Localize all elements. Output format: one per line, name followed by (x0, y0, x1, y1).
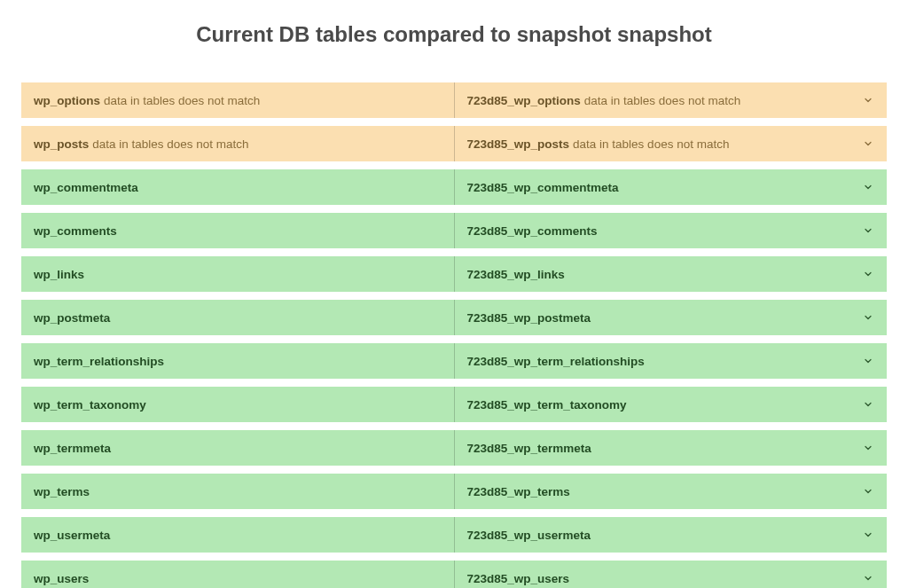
table-name-snapshot: 723d85_wp_links (467, 268, 565, 281)
cell-snapshot: 723d85_wp_term_relationships (455, 343, 888, 379)
table-name-current: wp_terms (34, 485, 90, 498)
table-name-snapshot: 723d85_wp_postmeta (467, 311, 591, 325)
chevron-down-icon[interactable] (862, 268, 874, 280)
cell-snapshot: 723d85_wp_term_taxonomy (455, 387, 888, 422)
cell-current: wp_usermeta (21, 517, 455, 553)
table-row[interactable]: wp_commentmeta723d85_wp_commentmeta (21, 169, 887, 205)
cell-current: wp_termmeta (21, 430, 455, 466)
cell-snapshot: 723d85_wp_posts data in tables does not … (455, 126, 888, 161)
cell-snapshot: 723d85_wp_links (455, 256, 888, 292)
comparison-table: wp_options data in tables does not match… (21, 82, 887, 588)
table-name-current: wp_usermeta (34, 529, 110, 542)
chevron-down-icon[interactable] (862, 137, 874, 150)
cell-current: wp_commentmeta (21, 169, 455, 205)
cell-snapshot: 723d85_wp_postmeta (455, 300, 888, 335)
cell-current: wp_postmeta (21, 300, 455, 335)
table-name-current: wp_termmeta (34, 442, 111, 455)
table-name-current: wp_term_taxonomy (34, 398, 146, 412)
table-row[interactable]: wp_usermeta723d85_wp_usermeta (21, 517, 887, 553)
table-name-snapshot: 723d85_wp_usermeta (467, 529, 591, 542)
cell-snapshot: 723d85_wp_options data in tables does no… (455, 82, 888, 118)
table-row[interactable]: wp_term_taxonomy723d85_wp_term_taxonomy (21, 387, 887, 422)
chevron-down-icon[interactable] (862, 355, 874, 367)
table-row[interactable]: wp_terms723d85_wp_terms (21, 474, 887, 509)
chevron-down-icon[interactable] (862, 529, 874, 541)
status-text: data in tables does not match (92, 137, 248, 151)
table-name-current: wp_posts (34, 137, 89, 151)
cell-snapshot: 723d85_wp_comments (455, 213, 888, 248)
chevron-down-icon[interactable] (862, 311, 874, 324)
table-name-snapshot: 723d85_wp_comments (467, 224, 598, 238)
table-row[interactable]: wp_links723d85_wp_links (21, 256, 887, 292)
table-name-current: wp_links (34, 268, 84, 281)
table-row[interactable]: wp_posts data in tables does not match72… (21, 126, 887, 161)
table-name-current: wp_postmeta (34, 311, 110, 325)
cell-current: wp_terms (21, 474, 455, 509)
table-name-current: wp_commentmeta (34, 181, 138, 194)
table-name-current: wp_comments (34, 224, 117, 238)
cell-snapshot: 723d85_wp_usermeta (455, 517, 888, 553)
chevron-down-icon[interactable] (862, 572, 874, 584)
table-row[interactable]: wp_termmeta723d85_wp_termmeta (21, 430, 887, 466)
table-row[interactable]: wp_term_relationships723d85_wp_term_rela… (21, 343, 887, 379)
table-name-current: wp_users (34, 572, 89, 585)
chevron-down-icon[interactable] (862, 224, 874, 237)
cell-current: wp_users (21, 561, 455, 588)
table-name-snapshot: 723d85_wp_term_relationships (467, 355, 645, 368)
table-name-snapshot: 723d85_wp_terms (467, 485, 570, 498)
table-row[interactable]: wp_comments723d85_wp_comments (21, 213, 887, 248)
cell-current: wp_term_taxonomy (21, 387, 455, 422)
table-name-snapshot: 723d85_wp_termmeta (467, 442, 591, 455)
cell-current: wp_options data in tables does not match (21, 82, 455, 118)
status-text: data in tables does not match (573, 137, 729, 151)
chevron-down-icon[interactable] (862, 442, 874, 454)
cell-snapshot: 723d85_wp_commentmeta (455, 169, 888, 205)
status-text: data in tables does not match (104, 94, 260, 107)
status-text: data in tables does not match (584, 94, 740, 107)
table-name-current: wp_options (34, 94, 100, 107)
table-name-snapshot: 723d85_wp_commentmeta (467, 181, 619, 194)
cell-current: wp_posts data in tables does not match (21, 126, 455, 161)
chevron-down-icon[interactable] (862, 94, 874, 106)
cell-snapshot: 723d85_wp_terms (455, 474, 888, 509)
table-name-snapshot: 723d85_wp_term_taxonomy (467, 398, 627, 412)
cell-snapshot: 723d85_wp_users (455, 561, 888, 588)
table-row[interactable]: wp_postmeta723d85_wp_postmeta (21, 300, 887, 335)
table-name-snapshot: 723d85_wp_options (467, 94, 581, 107)
table-row[interactable]: wp_options data in tables does not match… (21, 82, 887, 118)
table-row[interactable]: wp_users723d85_wp_users (21, 561, 887, 588)
chevron-down-icon[interactable] (862, 181, 874, 193)
cell-current: wp_links (21, 256, 455, 292)
cell-current: wp_term_relationships (21, 343, 455, 379)
page-title: Current DB tables compared to snapshot s… (21, 22, 887, 47)
table-name-snapshot: 723d85_wp_posts (467, 137, 570, 151)
cell-current: wp_comments (21, 213, 455, 248)
chevron-down-icon[interactable] (862, 398, 874, 411)
chevron-down-icon[interactable] (862, 485, 874, 498)
cell-snapshot: 723d85_wp_termmeta (455, 430, 888, 466)
table-name-snapshot: 723d85_wp_users (467, 572, 570, 585)
table-name-current: wp_term_relationships (34, 355, 164, 368)
